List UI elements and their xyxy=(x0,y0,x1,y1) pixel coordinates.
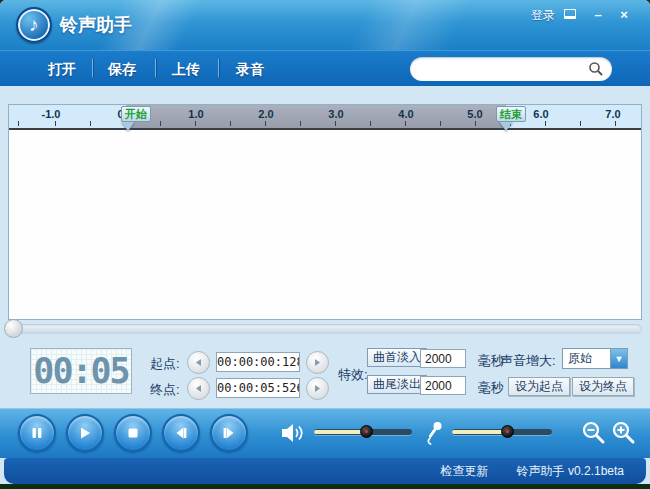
start-marker[interactable]: 开始 xyxy=(121,106,151,122)
mic-slider-fill xyxy=(452,430,507,434)
minimize-to-tray-button[interactable] xyxy=(560,6,580,22)
arrow-left-icon xyxy=(194,358,203,367)
waveform-scrollbar[interactable] xyxy=(8,324,642,334)
waveform-canvas[interactable] xyxy=(9,130,641,319)
volume-slider-thumb[interactable] xyxy=(360,425,373,438)
record-button[interactable]: 录音 xyxy=(236,58,264,80)
fade-out-button[interactable]: 曲尾淡出 xyxy=(367,375,427,394)
start-marker-handle[interactable] xyxy=(121,121,135,131)
arrow-right-icon xyxy=(313,358,322,367)
status-bar: 检查更新 铃声助手 v0.2.1beta xyxy=(4,458,646,484)
start-time-field[interactable] xyxy=(216,352,300,372)
gain-dropdown-value: 原始 xyxy=(563,350,610,367)
start-decrease-button[interactable] xyxy=(187,351,210,374)
play-button[interactable] xyxy=(66,414,104,452)
volume-slider[interactable] xyxy=(314,429,412,435)
tick-label: -1.0 xyxy=(42,108,61,120)
version-label: 铃声助手 v0.2.1beta xyxy=(517,463,624,480)
set-start-button[interactable]: 设为起点 xyxy=(508,377,570,396)
tick-label: 1.0 xyxy=(188,108,203,120)
search-box xyxy=(410,57,612,81)
timeline-ruler[interactable]: -1.0 0. 1.0 2.0 3.0 4.0 5.0 6.0 7.0 开始 结… xyxy=(9,105,641,130)
app-window: ♪ 铃声助手 登录 – × 打开 保存 上传 录音 -1.0 0. 1.0 xyxy=(0,0,650,489)
fade-in-button[interactable]: 曲首淡入 xyxy=(367,348,427,367)
chevron-down-icon[interactable]: ▼ xyxy=(610,349,627,368)
minimize-to-tray-icon xyxy=(564,9,576,19)
zoom-in-icon xyxy=(611,420,637,446)
login-button[interactable]: 登录 xyxy=(531,7,555,24)
zoom-out-icon xyxy=(581,420,607,446)
tick-label: 4.0 xyxy=(398,108,413,120)
waveform-panel: -1.0 0. 1.0 2.0 3.0 4.0 5.0 6.0 7.0 开始 结… xyxy=(8,104,642,320)
minimize-icon: – xyxy=(594,7,601,22)
end-marker[interactable]: 结束 xyxy=(496,106,526,122)
speaker-icon xyxy=(280,422,306,448)
time-display-value: 00:05 xyxy=(33,351,128,391)
fade-in-ms-field[interactable] xyxy=(420,349,466,368)
ms-label: 毫秒 xyxy=(478,379,504,397)
search-input[interactable] xyxy=(422,60,588,78)
check-update-link[interactable]: 检查更新 xyxy=(441,463,489,480)
volume-slider-fill xyxy=(314,430,366,434)
window-bottom-edge xyxy=(0,484,650,489)
tick-label: 3.0 xyxy=(328,108,343,120)
mic-slider-thumb[interactable] xyxy=(501,425,514,438)
previous-button[interactable] xyxy=(162,414,200,452)
arrow-left-icon xyxy=(194,384,203,393)
time-display: 00:05 xyxy=(30,348,132,394)
app-logo-icon: ♪ xyxy=(16,7,52,43)
ruler-tick-marks xyxy=(9,121,641,126)
set-end-button[interactable]: 设为终点 xyxy=(572,377,634,396)
minimize-button[interactable]: – xyxy=(588,6,608,22)
next-button[interactable] xyxy=(210,414,248,452)
save-button[interactable]: 保存 xyxy=(108,58,136,80)
end-increase-button[interactable] xyxy=(306,377,329,400)
toolbar-divider xyxy=(92,59,93,77)
zoom-out-button[interactable] xyxy=(580,419,608,447)
mic-slider[interactable] xyxy=(452,429,552,435)
fade-out-ms-field[interactable] xyxy=(420,376,466,395)
start-increase-button[interactable] xyxy=(306,351,329,374)
gain-label: 声音增大: xyxy=(500,352,556,370)
pause-button[interactable] xyxy=(18,414,56,452)
search-icon[interactable] xyxy=(588,61,604,77)
title-bar: ♪ 铃声助手 登录 – × xyxy=(0,0,650,50)
pause-icon xyxy=(30,426,44,440)
end-point-label: 终点: xyxy=(150,381,180,399)
skip-forward-icon xyxy=(222,426,236,440)
upload-button[interactable]: 上传 xyxy=(172,58,200,80)
stop-button[interactable] xyxy=(114,414,152,452)
effects-label: 特效: xyxy=(338,366,368,384)
tick-label: 6.0 xyxy=(533,108,548,120)
zoom-in-button[interactable] xyxy=(610,419,638,447)
close-button[interactable]: × xyxy=(614,6,634,22)
waveform-scrollbar-thumb[interactable] xyxy=(4,319,23,338)
start-point-label: 起点: xyxy=(150,355,180,373)
toolbar-divider xyxy=(218,59,219,77)
tick-label: 7.0 xyxy=(605,108,620,120)
tick-label: 5.0 xyxy=(467,108,482,120)
stop-icon xyxy=(126,426,140,440)
end-time-field[interactable] xyxy=(216,378,300,398)
end-marker-handle[interactable] xyxy=(499,121,513,131)
skip-back-icon xyxy=(174,426,188,440)
gain-dropdown[interactable]: 原始 ▼ xyxy=(562,348,628,369)
toolbar-divider xyxy=(155,59,156,77)
tick-label: 2.0 xyxy=(258,108,273,120)
play-icon xyxy=(78,426,92,440)
microphone-icon xyxy=(424,420,444,450)
open-button[interactable]: 打开 xyxy=(48,58,76,80)
app-title: 铃声助手 xyxy=(60,13,132,37)
close-icon: × xyxy=(620,7,628,22)
end-decrease-button[interactable] xyxy=(187,377,210,400)
arrow-right-icon xyxy=(313,384,322,393)
